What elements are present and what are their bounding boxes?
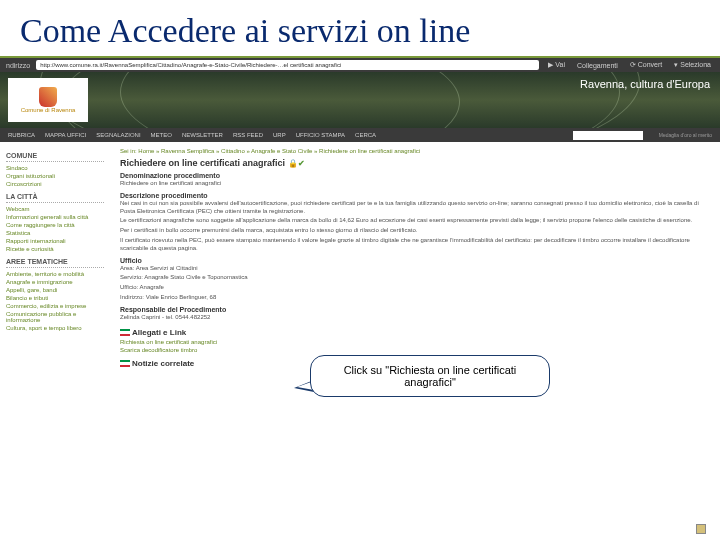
denominazione-text: Richiedere on line certificati anagrafic…	[120, 180, 710, 188]
ufficio-ufficio: Ufficio: Anagrafe	[120, 284, 710, 292]
medal-text: Medaglia d'oro al merito	[659, 132, 712, 138]
side-ricette[interactable]: Ricette e curiosità	[6, 246, 104, 252]
content-area: COMUNE Sindaco Organi istituzionali Circ…	[0, 142, 720, 462]
side-organi[interactable]: Organi istituzionali	[6, 173, 104, 179]
main-content: Sei in: Home » Ravenna Semplifica » Citt…	[110, 142, 720, 462]
slide-title: Come Accedere ai servizi on line	[0, 0, 720, 58]
side-anagrafe[interactable]: Anagrafe e immigrazione	[6, 279, 104, 285]
section-ufficio: Ufficio	[120, 257, 710, 264]
nav-stampa[interactable]: UFFICIO STAMPA	[296, 132, 345, 138]
instruction-callout: Click su "Richiesta on line certificati …	[310, 355, 550, 397]
site-banner: Comune di Ravenna Ravenna, cultura d'Eur…	[0, 72, 720, 128]
nav-mappa[interactable]: MAPPA UFFICI	[45, 132, 86, 138]
side-webcam[interactable]: Webcam	[6, 206, 104, 212]
check-icon: ✔	[298, 159, 305, 168]
crest-icon	[39, 87, 57, 107]
flag-icon	[120, 360, 130, 367]
section-descrizione: Descrizione procedimento	[120, 192, 710, 199]
side-comunicazione[interactable]: Comunicazione pubblica e informazione	[6, 311, 104, 323]
convert-button[interactable]: ⟳ Convert	[627, 61, 665, 69]
flag-icon	[120, 329, 130, 336]
ufficio-servizio: Servizio: Anagrafe Stato Civile e Topono…	[120, 274, 710, 282]
side-sindaco[interactable]: Sindaco	[6, 165, 104, 171]
side-appelli[interactable]: Appelli, gare, bandi	[6, 287, 104, 293]
side-circoscrizioni[interactable]: Circoscrizioni	[6, 181, 104, 187]
section-responsabile: Responsabile del Procedimento	[120, 306, 710, 313]
ufficio-area: Area: Area Servizi ai Cittadini	[120, 265, 710, 273]
nav-newsletter[interactable]: NEWSLETTER	[182, 132, 223, 138]
search-label: CERCA	[355, 132, 376, 138]
search-input[interactable]	[573, 131, 643, 140]
side-statistica[interactable]: Statistica	[6, 230, 104, 236]
banner-tagline: Ravenna, cultura d'Europa	[580, 78, 710, 90]
breadcrumb: Sei in: Home » Ravenna Semplifica » Citt…	[120, 148, 710, 154]
sidebar: COMUNE Sindaco Organi istituzionali Circ…	[0, 142, 110, 462]
link-richiesta[interactable]: Richiesta on line certificati anagrafici	[120, 339, 710, 345]
go-button[interactable]: ▶ Vai	[545, 61, 568, 69]
link-decodificatore[interactable]: Scarica decodificatore timbro	[120, 347, 710, 353]
desc-p2: Le certificazioni anagrafiche sono sogge…	[120, 217, 710, 225]
side-h-comune: COMUNE	[6, 152, 104, 162]
side-raggiungere[interactable]: Come raggiungere la città	[6, 222, 104, 228]
desc-p1: Nei casi in cui non sia possibile avvale…	[120, 200, 710, 216]
page-title: Richiedere on line certificati anagrafic…	[120, 158, 710, 168]
nav-meteo[interactable]: METEO	[151, 132, 172, 138]
links-button[interactable]: Collegamenti	[574, 62, 621, 69]
site-logo[interactable]: Comune di Ravenna	[8, 78, 88, 122]
lock-icon: 🔒	[288, 159, 298, 168]
nav-urp[interactable]: URP	[273, 132, 286, 138]
ufficio-indirizzo: Indirizzo: Viale Enrico Berlinguer, 68	[120, 294, 710, 302]
select-button[interactable]: ▾ Seleziona	[671, 61, 714, 69]
side-commercio[interactable]: Commercio, edilizia e imprese	[6, 303, 104, 309]
nav-segnalazioni[interactable]: SEGNALAZIONI	[96, 132, 140, 138]
section-allegati: Allegati e Link	[120, 328, 710, 337]
responsabile-text: Zelinda Caprini - tel. 0544.482252	[120, 314, 710, 322]
nav-rubrica[interactable]: RUBRICA	[8, 132, 35, 138]
desc-p4: Il certificato ricevuto nella PEC, può e…	[120, 237, 710, 253]
browser-toolbar: ndirizzo http://www.comune.ra.it/Ravenna…	[0, 58, 720, 72]
main-nav: RUBRICA MAPPA UFFICI SEGNALAZIONI METEO …	[0, 128, 720, 142]
nav-rss[interactable]: RSS FEED	[233, 132, 263, 138]
slide-footer-icon	[696, 524, 706, 534]
side-ambiente[interactable]: Ambiente, territorio e mobilità	[6, 271, 104, 277]
side-bilancio[interactable]: Bilancio e tributi	[6, 295, 104, 301]
side-h-aree: AREE TEMATICHE	[6, 258, 104, 268]
url-input[interactable]: http://www.comune.ra.it/RavennaSemplific…	[36, 60, 539, 70]
side-rapporti[interactable]: Rapporti internazionali	[6, 238, 104, 244]
side-h-citta: LA CITTÀ	[6, 193, 104, 203]
section-denominazione: Denominazione procedimento	[120, 172, 710, 179]
desc-p3: Per i certificati in bollo occorre premu…	[120, 227, 710, 235]
address-label: ndirizzo	[6, 62, 30, 69]
side-cultura[interactable]: Cultura, sport e tempo libero	[6, 325, 104, 331]
side-info[interactable]: Informazioni generali sulla città	[6, 214, 104, 220]
